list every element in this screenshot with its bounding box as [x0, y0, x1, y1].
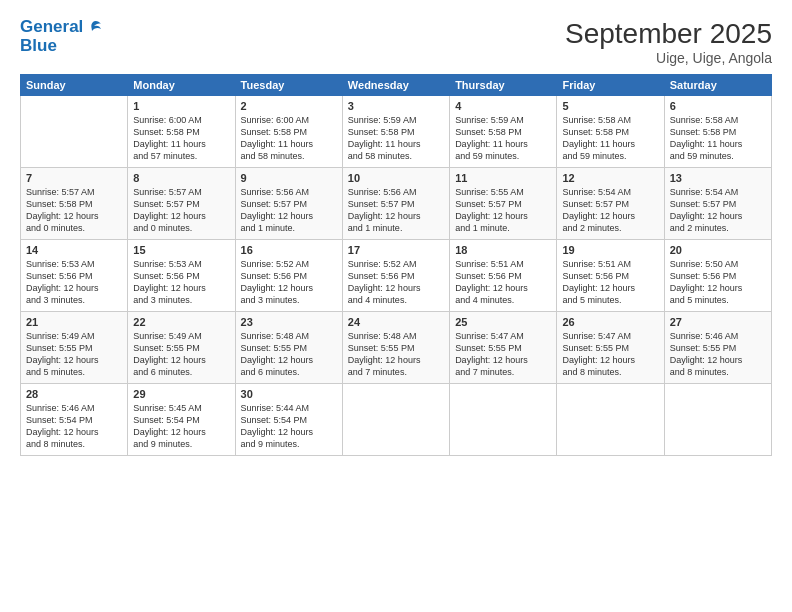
day-info: Sunrise: 5:52 AMSunset: 5:56 PMDaylight:…	[241, 258, 337, 307]
calendar-cell: 16Sunrise: 5:52 AMSunset: 5:56 PMDayligh…	[235, 240, 342, 312]
day-info: Sunrise: 5:52 AMSunset: 5:56 PMDaylight:…	[348, 258, 444, 307]
calendar-cell: 27Sunrise: 5:46 AMSunset: 5:55 PMDayligh…	[664, 312, 771, 384]
calendar-cell: 4Sunrise: 5:59 AMSunset: 5:58 PMDaylight…	[450, 96, 557, 168]
calendar-body: 1Sunrise: 6:00 AMSunset: 5:58 PMDaylight…	[21, 96, 772, 456]
calendar-cell: 8Sunrise: 5:57 AMSunset: 5:57 PMDaylight…	[128, 168, 235, 240]
day-info: Sunrise: 5:53 AMSunset: 5:56 PMDaylight:…	[133, 258, 229, 307]
day-info: Sunrise: 5:54 AMSunset: 5:57 PMDaylight:…	[562, 186, 658, 235]
calendar-cell: 11Sunrise: 5:55 AMSunset: 5:57 PMDayligh…	[450, 168, 557, 240]
calendar-cell	[21, 96, 128, 168]
day-info: Sunrise: 5:50 AMSunset: 5:56 PMDaylight:…	[670, 258, 766, 307]
day-number: 21	[26, 316, 122, 328]
calendar-cell: 24Sunrise: 5:48 AMSunset: 5:55 PMDayligh…	[342, 312, 449, 384]
day-info: Sunrise: 5:54 AMSunset: 5:57 PMDaylight:…	[670, 186, 766, 235]
calendar-header-row: SundayMondayTuesdayWednesdayThursdayFrid…	[21, 75, 772, 96]
calendar-week-row: 14Sunrise: 5:53 AMSunset: 5:56 PMDayligh…	[21, 240, 772, 312]
day-info: Sunrise: 5:53 AMSunset: 5:56 PMDaylight:…	[26, 258, 122, 307]
calendar-week-row: 21Sunrise: 5:49 AMSunset: 5:55 PMDayligh…	[21, 312, 772, 384]
calendar-cell: 3Sunrise: 5:59 AMSunset: 5:58 PMDaylight…	[342, 96, 449, 168]
day-number: 2	[241, 100, 337, 112]
month-title: September 2025	[565, 18, 772, 50]
col-header-friday: Friday	[557, 75, 664, 96]
day-info: Sunrise: 5:58 AMSunset: 5:58 PMDaylight:…	[670, 114, 766, 163]
day-info: Sunrise: 5:46 AMSunset: 5:55 PMDaylight:…	[670, 330, 766, 379]
calendar-cell: 7Sunrise: 5:57 AMSunset: 5:58 PMDaylight…	[21, 168, 128, 240]
calendar-cell: 21Sunrise: 5:49 AMSunset: 5:55 PMDayligh…	[21, 312, 128, 384]
day-info: Sunrise: 6:00 AMSunset: 5:58 PMDaylight:…	[241, 114, 337, 163]
day-info: Sunrise: 5:49 AMSunset: 5:55 PMDaylight:…	[133, 330, 229, 379]
col-header-tuesday: Tuesday	[235, 75, 342, 96]
calendar-cell: 12Sunrise: 5:54 AMSunset: 5:57 PMDayligh…	[557, 168, 664, 240]
calendar-week-row: 1Sunrise: 6:00 AMSunset: 5:58 PMDaylight…	[21, 96, 772, 168]
calendar-cell: 1Sunrise: 6:00 AMSunset: 5:58 PMDaylight…	[128, 96, 235, 168]
day-number: 20	[670, 244, 766, 256]
calendar-cell: 25Sunrise: 5:47 AMSunset: 5:55 PMDayligh…	[450, 312, 557, 384]
day-info: Sunrise: 5:58 AMSunset: 5:58 PMDaylight:…	[562, 114, 658, 163]
calendar-week-row: 7Sunrise: 5:57 AMSunset: 5:58 PMDaylight…	[21, 168, 772, 240]
day-info: Sunrise: 5:59 AMSunset: 5:58 PMDaylight:…	[348, 114, 444, 163]
logo: General Blue	[20, 18, 102, 55]
header: General Blue September 2025 Uige, Uige, …	[20, 18, 772, 66]
calendar-cell: 28Sunrise: 5:46 AMSunset: 5:54 PMDayligh…	[21, 384, 128, 456]
day-number: 15	[133, 244, 229, 256]
logo-blue: Blue	[20, 37, 102, 56]
calendar-cell: 18Sunrise: 5:51 AMSunset: 5:56 PMDayligh…	[450, 240, 557, 312]
day-number: 18	[455, 244, 551, 256]
day-number: 11	[455, 172, 551, 184]
day-number: 9	[241, 172, 337, 184]
col-header-sunday: Sunday	[21, 75, 128, 96]
day-number: 1	[133, 100, 229, 112]
day-number: 27	[670, 316, 766, 328]
calendar-cell	[342, 384, 449, 456]
day-info: Sunrise: 6:00 AMSunset: 5:58 PMDaylight:…	[133, 114, 229, 163]
col-header-thursday: Thursday	[450, 75, 557, 96]
day-number: 3	[348, 100, 444, 112]
calendar-table: SundayMondayTuesdayWednesdayThursdayFrid…	[20, 74, 772, 456]
day-number: 29	[133, 388, 229, 400]
calendar-cell: 14Sunrise: 5:53 AMSunset: 5:56 PMDayligh…	[21, 240, 128, 312]
calendar-cell: 19Sunrise: 5:51 AMSunset: 5:56 PMDayligh…	[557, 240, 664, 312]
day-number: 8	[133, 172, 229, 184]
calendar-cell: 17Sunrise: 5:52 AMSunset: 5:56 PMDayligh…	[342, 240, 449, 312]
day-number: 7	[26, 172, 122, 184]
day-info: Sunrise: 5:57 AMSunset: 5:57 PMDaylight:…	[133, 186, 229, 235]
calendar-cell: 5Sunrise: 5:58 AMSunset: 5:58 PMDaylight…	[557, 96, 664, 168]
day-info: Sunrise: 5:47 AMSunset: 5:55 PMDaylight:…	[562, 330, 658, 379]
day-info: Sunrise: 5:44 AMSunset: 5:54 PMDaylight:…	[241, 402, 337, 451]
calendar-cell: 22Sunrise: 5:49 AMSunset: 5:55 PMDayligh…	[128, 312, 235, 384]
day-number: 6	[670, 100, 766, 112]
day-number: 25	[455, 316, 551, 328]
calendar-cell: 9Sunrise: 5:56 AMSunset: 5:57 PMDaylight…	[235, 168, 342, 240]
day-info: Sunrise: 5:51 AMSunset: 5:56 PMDaylight:…	[455, 258, 551, 307]
day-number: 10	[348, 172, 444, 184]
col-header-monday: Monday	[128, 75, 235, 96]
calendar-week-row: 28Sunrise: 5:46 AMSunset: 5:54 PMDayligh…	[21, 384, 772, 456]
day-number: 13	[670, 172, 766, 184]
col-header-wednesday: Wednesday	[342, 75, 449, 96]
calendar-cell: 26Sunrise: 5:47 AMSunset: 5:55 PMDayligh…	[557, 312, 664, 384]
day-number: 23	[241, 316, 337, 328]
day-info: Sunrise: 5:51 AMSunset: 5:56 PMDaylight:…	[562, 258, 658, 307]
day-number: 19	[562, 244, 658, 256]
day-info: Sunrise: 5:55 AMSunset: 5:57 PMDaylight:…	[455, 186, 551, 235]
day-number: 28	[26, 388, 122, 400]
calendar-cell: 2Sunrise: 6:00 AMSunset: 5:58 PMDaylight…	[235, 96, 342, 168]
day-number: 5	[562, 100, 658, 112]
calendar-cell: 30Sunrise: 5:44 AMSunset: 5:54 PMDayligh…	[235, 384, 342, 456]
day-info: Sunrise: 5:47 AMSunset: 5:55 PMDaylight:…	[455, 330, 551, 379]
logo-bird-icon	[84, 20, 102, 36]
calendar-cell: 20Sunrise: 5:50 AMSunset: 5:56 PMDayligh…	[664, 240, 771, 312]
day-info: Sunrise: 5:46 AMSunset: 5:54 PMDaylight:…	[26, 402, 122, 451]
calendar-cell: 29Sunrise: 5:45 AMSunset: 5:54 PMDayligh…	[128, 384, 235, 456]
day-info: Sunrise: 5:48 AMSunset: 5:55 PMDaylight:…	[348, 330, 444, 379]
col-header-saturday: Saturday	[664, 75, 771, 96]
day-number: 24	[348, 316, 444, 328]
day-number: 30	[241, 388, 337, 400]
calendar-cell: 23Sunrise: 5:48 AMSunset: 5:55 PMDayligh…	[235, 312, 342, 384]
calendar-cell	[664, 384, 771, 456]
day-number: 26	[562, 316, 658, 328]
calendar-cell: 6Sunrise: 5:58 AMSunset: 5:58 PMDaylight…	[664, 96, 771, 168]
calendar-cell	[450, 384, 557, 456]
day-info: Sunrise: 5:59 AMSunset: 5:58 PMDaylight:…	[455, 114, 551, 163]
day-number: 12	[562, 172, 658, 184]
